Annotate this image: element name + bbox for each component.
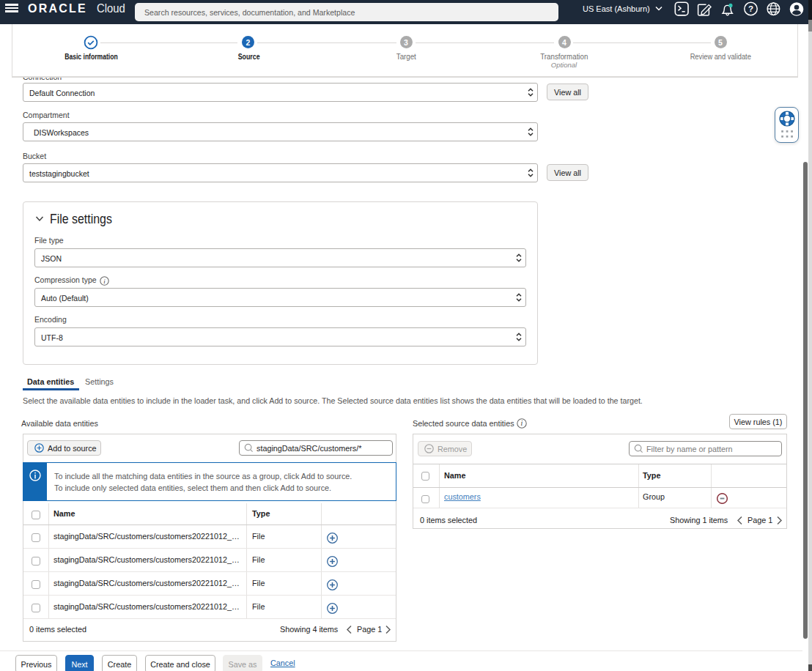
svg-text:i: i xyxy=(104,278,106,285)
svg-text:?: ? xyxy=(748,4,753,13)
svg-text:i: i xyxy=(520,419,523,427)
